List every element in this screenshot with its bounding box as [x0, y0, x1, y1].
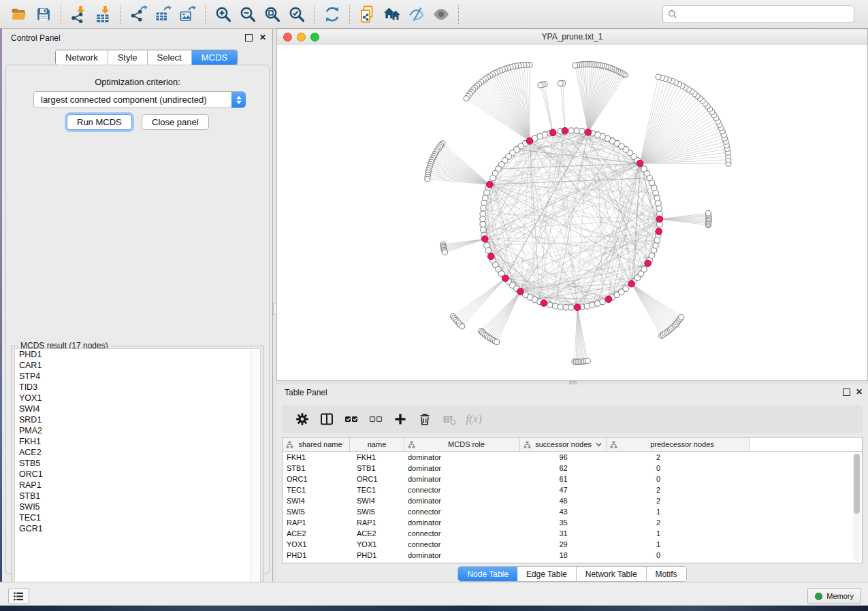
import-network-button[interactable] — [67, 3, 91, 26]
criterion-select[interactable]: largest connected component (undirected) — [33, 91, 246, 108]
task-history-button[interactable] — [8, 588, 29, 604]
mcds-result-item[interactable]: FKH1 — [15, 436, 260, 447]
cell: 2 — [607, 453, 750, 461]
gear-icon — [295, 412, 309, 426]
mcds-result-list[interactable]: PHD1CAR1STP4TID3YOX1SWI4SRD1PMA2FKH1ACE2… — [14, 348, 261, 592]
table-row[interactable]: ACE2ACE2connector311 — [283, 528, 862, 539]
refresh-button[interactable] — [320, 3, 344, 26]
tab-network-table[interactable]: Network Table — [577, 567, 647, 581]
status-bar: Memory — [0, 582, 868, 606]
column-header-name[interactable]: name — [350, 437, 404, 451]
run-mcds-button[interactable]: Run MCDS — [67, 114, 132, 130]
table-row[interactable]: STB1STB1dominator620 — [283, 463, 862, 474]
control-panel-title: Control Panel — [11, 33, 61, 43]
column-header-predecessor-nodes[interactable]: predecessor nodes — [607, 437, 750, 451]
cell: dominator — [404, 475, 520, 483]
mcds-result-item[interactable]: SWI4 — [15, 403, 260, 414]
mcds-result-item[interactable]: TID3 — [15, 382, 260, 393]
mcds-result-item[interactable]: PMA2 — [15, 425, 260, 436]
network-canvas[interactable]: FKH1STB1ORC1TEC1SWI4SWI5RAP1ACE2YOX1GCR1… — [277, 45, 867, 380]
mcds-list-scrollbar[interactable] — [251, 349, 260, 591]
float-window-icon[interactable] — [245, 34, 253, 42]
search-box[interactable] — [662, 5, 854, 23]
tab-mcds[interactable]: MCDS — [192, 50, 237, 65]
mcds-result-item[interactable]: CAR1 — [15, 360, 260, 371]
mcds-result-item[interactable]: ACE2 — [15, 447, 260, 458]
mcds-result-item[interactable]: TEC1 — [15, 512, 260, 523]
memory-button[interactable]: Memory — [807, 588, 861, 604]
cell: 0 — [607, 475, 750, 483]
column-header-successor-nodes[interactable]: successor nodes — [520, 437, 607, 451]
gear-button[interactable] — [290, 408, 315, 430]
columns-button[interactable] — [315, 408, 339, 430]
cell: ORC1 — [283, 475, 350, 483]
table-row[interactable]: TEC1TEC1connector472 — [283, 484, 862, 495]
network-graph[interactable]: FKH1STB1ORC1TEC1SWI4SWI5RAP1ACE2YOX1GCR1… — [277, 45, 867, 380]
import-table-button[interactable] — [91, 3, 116, 26]
tab-motifs[interactable]: Motifs — [647, 567, 686, 581]
zoom-fit-button[interactable] — [260, 3, 285, 26]
column-header-shared-name[interactable]: shared name — [283, 437, 350, 451]
zoom-in-button[interactable] — [211, 3, 236, 26]
column-label: predecessor nodes — [617, 440, 747, 448]
mcds-result-item[interactable]: ORC1 — [15, 469, 260, 480]
scrollbar-thumb[interactable] — [854, 454, 860, 514]
mcds-result-item[interactable]: STB1 — [15, 491, 260, 501]
save-button[interactable] — [31, 3, 56, 26]
table-row[interactable]: FKH1FKH1dominator962 — [283, 452, 862, 463]
table-row[interactable]: YOX1YOX1connector291 — [283, 539, 862, 550]
zoom-in-icon — [214, 5, 232, 23]
mcds-result-item[interactable]: STP4 — [15, 371, 260, 382]
cell: 2 — [607, 486, 750, 494]
table-row[interactable]: RAP1RAP1dominator352 — [283, 517, 862, 528]
mcds-result-item[interactable]: YOX1 — [15, 393, 260, 403]
cell: 96 — [520, 453, 607, 461]
tab-edge-table[interactable]: Edge Table — [517, 567, 577, 581]
search-input[interactable] — [680, 9, 850, 20]
open-folder-button[interactable] — [7, 3, 31, 26]
cell: 46 — [520, 497, 607, 505]
table-row[interactable]: SWI4SWI4dominator462 — [283, 495, 862, 506]
column-type-icon — [286, 441, 293, 448]
mcds-result-item[interactable]: PHD1 — [15, 349, 260, 360]
criterion-selected-value: largest connected component (undirected) — [34, 95, 231, 105]
table-scrollbar[interactable] — [853, 452, 861, 561]
tab-node-table[interactable]: Node Table — [458, 567, 517, 581]
export-table-button[interactable] — [151, 3, 176, 26]
tab-select[interactable]: Select — [148, 50, 192, 65]
hide-glyph-button[interactable] — [404, 3, 429, 26]
close-panel-icon[interactable]: ✕ — [259, 33, 266, 42]
column-type-icon — [408, 441, 415, 448]
tab-network[interactable]: Network — [56, 50, 108, 65]
mcds-result-item[interactable]: SRD1 — [15, 414, 260, 425]
plus-button[interactable] — [388, 408, 413, 430]
mcds-result-item[interactable]: RAP1 — [15, 480, 260, 491]
table-row[interactable]: SWI5SWI5connector431 — [283, 506, 862, 517]
table-row[interactable]: ORC1ORC1dominator610 — [283, 474, 862, 484]
column-label: MCDS role — [415, 440, 517, 448]
list-icon — [13, 591, 25, 602]
share-document-button[interactable] — [355, 3, 380, 26]
network-titlebar[interactable]: YPA_prune.txt_1 — [277, 29, 867, 46]
eye-button[interactable] — [429, 3, 453, 26]
uncheck-all-button[interactable] — [364, 408, 388, 430]
export-image-button[interactable] — [176, 3, 200, 26]
export-network-button[interactable] — [127, 3, 151, 26]
trash-button[interactable] — [413, 408, 437, 430]
close-panel-button[interactable]: Close panel — [142, 114, 209, 130]
mcds-result-item[interactable]: SWI5 — [15, 501, 260, 512]
mcds-result-item[interactable]: GCR1 — [15, 523, 260, 534]
table-row[interactable]: PHD1PHD1dominator180 — [283, 550, 862, 561]
close-panel-icon[interactable]: ✕ — [856, 388, 863, 396]
zoom-selected-button[interactable] — [285, 3, 309, 26]
check-all-button[interactable] — [339, 408, 364, 430]
tab-style[interactable]: Style — [108, 50, 148, 65]
column-header-MCDS-role[interactable]: MCDS role — [404, 437, 520, 451]
cell: 1 — [607, 508, 750, 516]
houses-button[interactable] — [380, 3, 404, 26]
share-document-icon — [359, 5, 376, 23]
mcds-result-item[interactable]: STB5 — [15, 458, 260, 469]
zoom-out-button[interactable] — [236, 3, 260, 26]
float-window-icon[interactable] — [843, 389, 850, 396]
toolbar-separator — [314, 5, 315, 24]
